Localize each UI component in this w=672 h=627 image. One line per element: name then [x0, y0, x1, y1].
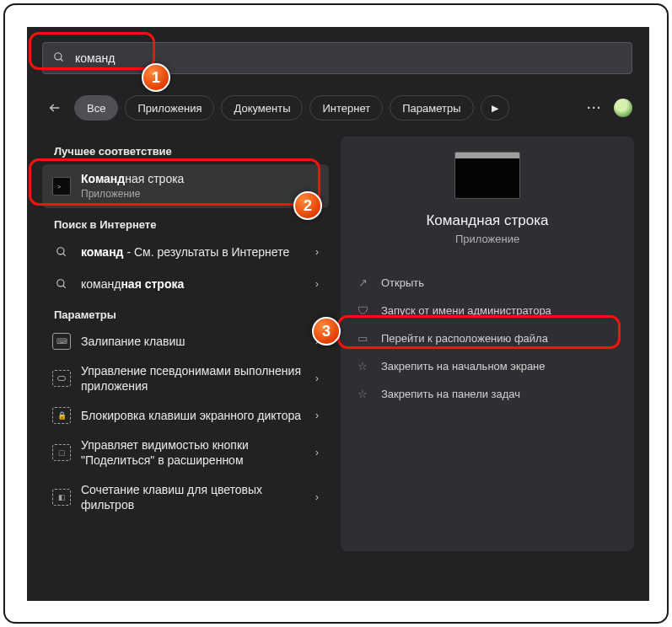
action-pin-start[interactable]: ☆ Закрепить на начальном экране — [341, 352, 634, 380]
web-result-label: команд - См. результаты в Интернете — [81, 244, 315, 260]
filter-internet[interactable]: Интернет — [309, 95, 383, 121]
action-pin-taskbar[interactable]: ☆ Закрепить на панели задач — [341, 380, 634, 408]
search-icon — [53, 51, 65, 66]
setting-narrator-lock[interactable]: 🔒 Блокировка клавиши экранного диктора › — [42, 400, 329, 431]
setting-color-filters[interactable]: ◧ Сочетание клавиш для цветовых фильтров… — [42, 475, 329, 519]
setting-share-button[interactable]: ▢ Управляет видимостью кнопки "Поделитьс… — [42, 431, 329, 474]
keyboard-icon: ⌨ — [52, 333, 71, 350]
section-best-match: Лучшее соответствие — [42, 137, 329, 163]
back-button[interactable] — [42, 95, 67, 121]
svg-point-6 — [57, 280, 64, 287]
results-column: Лучшее соответствие >_ Командная строка … — [42, 137, 329, 596]
pin-icon: ☆ — [356, 360, 369, 372]
chevron-right-icon: › — [315, 278, 319, 290]
more-options-icon[interactable]: ··· — [587, 101, 602, 115]
folder-icon: ▭ — [356, 332, 369, 345]
web-result-label: командная строка — [81, 276, 315, 292]
result-command-prompt[interactable]: >_ Командная строка Приложение — [42, 164, 329, 208]
chevron-right-icon: › — [315, 335, 319, 347]
toggle-icon — [52, 370, 71, 387]
search-input[interactable]: команд — [42, 42, 632, 74]
section-web-search: Поиск в Интернете — [42, 210, 329, 236]
search-icon — [52, 243, 71, 261]
chevron-right-icon: › — [315, 491, 319, 503]
filter-settings[interactable]: Параметры — [390, 95, 473, 121]
chevron-right-icon: › — [315, 372, 319, 384]
preview-app-icon — [454, 152, 520, 199]
open-icon: ↗ — [356, 276, 369, 289]
svg-point-4 — [57, 248, 64, 255]
search-query-text: команд — [75, 51, 115, 65]
section-settings: Параметры — [42, 300, 329, 326]
pin-icon: ☆ — [356, 388, 369, 400]
lock-icon: 🔒 — [52, 407, 71, 424]
filter-docs[interactable]: Документы — [221, 95, 303, 121]
action-open-location[interactable]: ▭ Перейти к расположению файла — [341, 324, 634, 352]
action-open[interactable]: ↗ Открыть — [341, 269, 634, 297]
filter-more-play[interactable]: ▶ — [481, 95, 509, 121]
setting-sticky-keys[interactable]: ⌨ Залипание клавиш › — [42, 326, 329, 356]
cmd-icon: >_ — [52, 177, 71, 196]
setting-app-alias[interactable]: Управление псевдонимами выполнения прило… — [42, 356, 329, 400]
preview-subtitle: Приложение — [341, 233, 634, 245]
svg-text:>_: >_ — [57, 184, 64, 190]
svg-line-5 — [63, 254, 66, 256]
chevron-right-icon: › — [315, 447, 319, 458]
chevron-right-icon: › — [315, 410, 319, 421]
action-run-as-admin[interactable]: 🛡 Запуск от имени администратора — [341, 297, 634, 324]
svg-line-7 — [63, 286, 66, 288]
user-avatar[interactable] — [614, 99, 632, 117]
share-icon: ▢ — [52, 444, 71, 461]
svg-point-0 — [55, 52, 62, 59]
search-icon — [52, 275, 71, 293]
chevron-right-icon: › — [315, 246, 319, 258]
shield-icon: 🛡 — [356, 304, 369, 317]
filter-row: Все Приложения Документы Интернет Параме… — [42, 91, 632, 125]
preview-pane: Командная строка Приложение ↗ Открыть 🛡 … — [341, 137, 634, 551]
filter-apps[interactable]: Приложения — [125, 95, 214, 121]
palette-icon: ◧ — [52, 489, 71, 506]
filter-all[interactable]: Все — [74, 95, 118, 121]
result-label: Командная строка Приложение — [81, 171, 319, 201]
svg-line-1 — [61, 58, 63, 61]
web-result-2[interactable]: командная строка › — [42, 268, 329, 300]
preview-title: Командная строка — [341, 212, 634, 229]
web-result-1[interactable]: команд - См. результаты в Интернете › — [42, 236, 329, 268]
